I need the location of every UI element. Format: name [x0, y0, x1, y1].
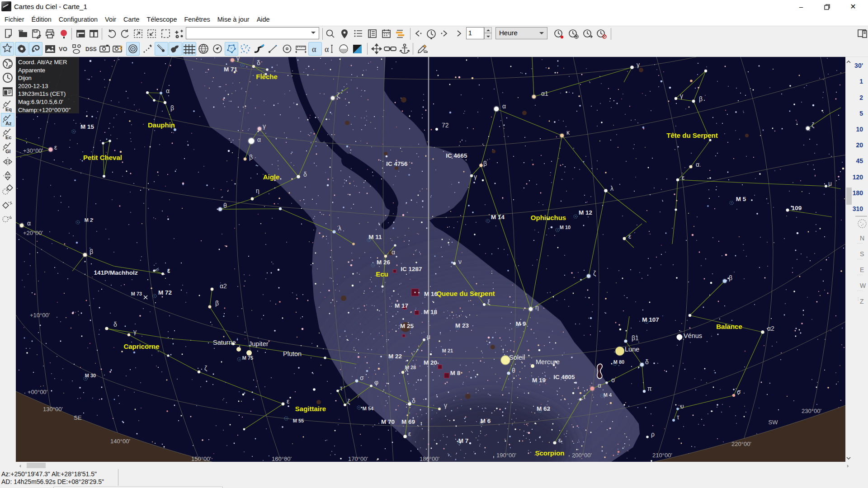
svg-text:150°00': 150°00': [191, 455, 211, 462]
svg-text:M 75: M 75: [242, 355, 253, 361]
svg-text:M 4: M 4: [604, 392, 612, 398]
svg-text:σ: σ: [360, 374, 364, 381]
svg-text:M 71: M 71: [224, 66, 238, 73]
svg-text:M 22: M 22: [388, 353, 402, 360]
svg-text:IC 4605: IC 4605: [553, 374, 575, 380]
svg-text:M 20: M 20: [424, 359, 437, 366]
svg-text:109: 109: [792, 205, 802, 211]
svg-text:Gl: Gl: [5, 149, 11, 154]
svg-text:η: η: [256, 187, 259, 194]
svg-text:220°00': 220°00': [731, 441, 751, 447]
svg-text:ε: ε: [54, 144, 57, 151]
svg-text:α: α: [166, 87, 170, 94]
svg-text:Ecu: Ecu: [376, 270, 388, 278]
svg-text:141P/Machholz: 141P/Machholz: [94, 269, 138, 276]
svg-text:θ: θ: [512, 367, 515, 374]
svg-text:M 11: M 11: [368, 234, 382, 240]
svg-text:+00°00': +00°00': [28, 389, 47, 395]
svg-text:M 2: M 2: [85, 217, 93, 223]
svg-text:α1: α1: [541, 90, 548, 97]
svg-text:Lune: Lune: [625, 346, 639, 353]
svg-text:IC 4665: IC 4665: [446, 152, 467, 159]
svg-text:γ: γ: [263, 122, 266, 130]
svg-text:Az: Az: [5, 121, 12, 126]
svg-text:M 62: M 62: [537, 405, 550, 412]
svg-text:σ: σ: [611, 376, 615, 384]
svg-text:α: α: [27, 220, 31, 227]
svg-text:M 5: M 5: [736, 196, 746, 202]
svg-text:+20°00': +20°00': [23, 230, 43, 236]
svg-text:ε: ε: [287, 398, 289, 405]
svg-text:180°00': 180°00': [420, 455, 439, 462]
svg-text:M 25: M 25: [400, 323, 414, 329]
svg-text:M 107: M 107: [642, 316, 659, 323]
svg-text:Ec: Ec: [5, 135, 11, 140]
svg-text:ζ: ζ: [347, 398, 350, 405]
svg-text:SE: SE: [74, 414, 82, 421]
svg-text:γ: γ: [444, 402, 447, 409]
svg-text:M 80: M 80: [613, 359, 624, 365]
svg-text:210°00': 210°00': [652, 452, 672, 459]
svg-text:M 12: M 12: [579, 209, 592, 216]
svg-text:M 19: M 19: [532, 377, 546, 384]
svg-text:δ: δ: [113, 321, 117, 328]
svg-text:α: α: [392, 249, 395, 256]
svg-text:μ: μ: [828, 180, 832, 187]
svg-text:Soleil: Soleil: [509, 354, 525, 361]
svg-text:δ: δ: [257, 59, 260, 66]
svg-text:160°00': 160°00': [272, 455, 292, 462]
svg-text:σ: σ: [737, 388, 741, 395]
svg-text:τ: τ: [340, 385, 343, 392]
svg-text:M 16: M 16: [424, 291, 438, 297]
svg-text:M 70: M 70: [381, 418, 395, 425]
svg-text:Capricorne: Capricorne: [123, 343, 159, 350]
svg-text:M 23: M 23: [455, 322, 469, 329]
svg-text:+10°00': +10°00': [30, 312, 50, 319]
svg-text:δ: δ: [303, 171, 307, 178]
svg-text:Ophiuchus: Ophiuchus: [531, 214, 566, 221]
svg-text:β: β: [170, 104, 174, 112]
svg-text:•: •: [418, 291, 420, 295]
svg-text:Flèche: Flèche: [256, 73, 278, 80]
svg-text:M 30: M 30: [85, 373, 96, 378]
svg-text:ζ: ζ: [593, 270, 596, 277]
svg-text:ε: ε: [628, 233, 631, 240]
svg-text:130°00': 130°00': [43, 406, 63, 413]
svg-text:200°00': 200°00': [572, 452, 592, 459]
svg-text:β1: β1: [632, 334, 639, 342]
svg-text:γ: γ: [680, 92, 683, 99]
svg-text:170°00': 170°00': [348, 455, 368, 462]
svg-text:Queue du Serpent: Queue du Serpent: [436, 290, 495, 297]
svg-text:Sagittaire: Sagittaire: [295, 405, 326, 413]
svg-text:β: β: [729, 274, 732, 282]
svg-text:Petit Cheval: Petit Cheval: [83, 154, 122, 161]
svg-text:Mercure: Mercure: [536, 358, 560, 366]
svg-text:140°00': 140°00': [110, 438, 130, 445]
svg-text:IC 1287: IC 1287: [401, 266, 422, 272]
svg-text:γ: γ: [637, 61, 640, 68]
svg-text:α: α: [696, 161, 699, 168]
svg-text:β: β: [215, 300, 219, 307]
svg-text:λ: λ: [610, 185, 613, 192]
svg-text:λ: λ: [405, 366, 408, 373]
svg-text:ρ: ρ: [651, 431, 655, 438]
svg-text:Aigle: Aigle: [263, 173, 280, 181]
svg-text:+30°00': +30°00': [23, 147, 43, 154]
svg-text:M 15: M 15: [80, 123, 94, 130]
svg-text:M 8: M 8: [450, 370, 461, 376]
svg-text:Eq: Eq: [5, 107, 12, 112]
svg-text:M 17: M 17: [395, 302, 408, 309]
svg-text:ζ: ζ: [204, 365, 207, 372]
svg-text:α: α: [325, 45, 329, 54]
svg-text:υ: υ: [680, 403, 684, 410]
svg-text:ε: ε: [558, 436, 561, 444]
svg-text:γ: γ: [474, 173, 477, 180]
svg-text:α: α: [598, 382, 601, 389]
svg-text:M 54: M 54: [363, 406, 374, 411]
svg-text:M 7: M 7: [458, 437, 469, 444]
svg-text:M 6: M 6: [481, 418, 491, 424]
svg-text:ζ: ζ: [337, 92, 340, 99]
svg-text:γ: γ: [133, 328, 137, 335]
svg-text:Pluton: Pluton: [283, 350, 302, 357]
svg-text:M 9: M 9: [516, 320, 526, 327]
